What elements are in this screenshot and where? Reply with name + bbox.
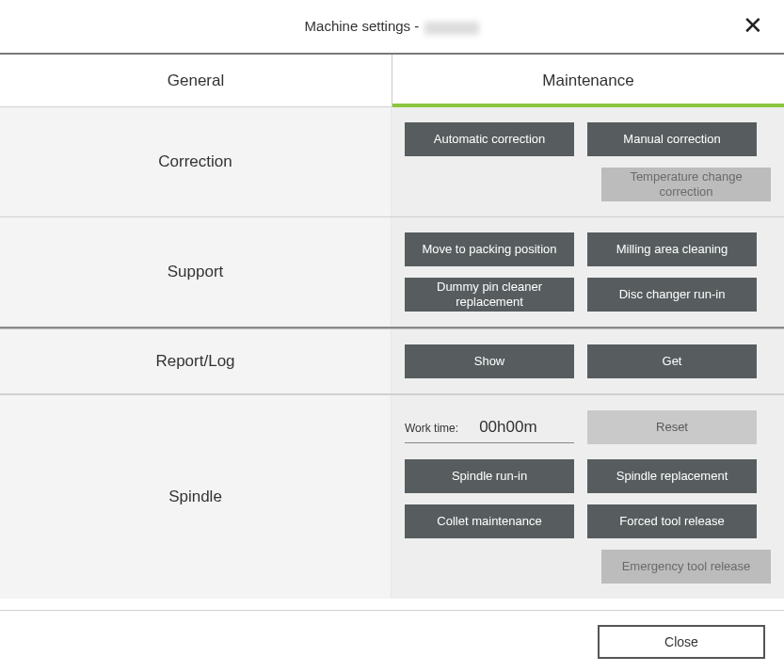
- section-support: Support Move to packing position Milling…: [0, 217, 784, 328]
- spindle-worktime-row: Work time: 00h00m Reset: [405, 410, 771, 444]
- title-redacted: [424, 22, 479, 35]
- spindle-row-1: Spindle run-in Spindle replacement: [405, 459, 771, 493]
- forced-tool-release-button[interactable]: Forced tool release: [587, 504, 757, 538]
- section-correction: Correction Automatic correction Manual c…: [0, 107, 784, 217]
- dialog-header: Machine settings - ✕: [0, 0, 784, 55]
- correction-row-1: Automatic correction Manual correction: [405, 122, 771, 156]
- sections-container: Correction Automatic correction Manual c…: [0, 107, 784, 599]
- reset-button[interactable]: Reset: [587, 410, 757, 444]
- section-support-content: Move to packing position Milling area cl…: [392, 217, 784, 327]
- show-button[interactable]: Show: [405, 344, 574, 378]
- report-row-1: Show Get: [405, 344, 771, 378]
- manual-correction-button[interactable]: Manual correction: [587, 122, 757, 156]
- section-spindle: Spindle Work time: 00h00m Reset Spindle …: [0, 395, 784, 599]
- milling-cleaning-button[interactable]: Milling area cleaning: [587, 232, 757, 266]
- spindle-row-3: Emergency tool release: [405, 550, 771, 584]
- correction-row-2: Temperature change correction: [405, 168, 771, 201]
- get-button[interactable]: Get: [587, 344, 757, 378]
- title-prefix: Machine settings -: [305, 18, 424, 34]
- worktime-label: Work time:: [405, 422, 458, 435]
- section-report-content: Show Get: [392, 329, 784, 393]
- tab-general-label: General: [168, 72, 224, 90]
- section-report: Report/Log Show Get: [0, 328, 784, 395]
- packing-position-button[interactable]: Move to packing position: [405, 232, 574, 266]
- disc-runin-button[interactable]: Disc changer run-in: [587, 278, 757, 312]
- tab-bar: General Maintenance: [0, 55, 784, 107]
- spindle-row-2: Collet maintenance Forced tool release: [405, 504, 771, 538]
- close-button[interactable]: Close: [598, 625, 765, 659]
- close-icon[interactable]: ✕: [743, 13, 763, 38]
- automatic-correction-button[interactable]: Automatic correction: [405, 122, 574, 156]
- tab-maintenance-label: Maintenance: [542, 72, 633, 90]
- dialog-title: Machine settings -: [0, 18, 784, 34]
- tab-maintenance[interactable]: Maintenance: [392, 55, 784, 106]
- section-spindle-label: Spindle: [0, 395, 392, 599]
- section-correction-content: Automatic correction Manual correction T…: [392, 107, 784, 216]
- dialog-footer: Close: [0, 610, 784, 672]
- section-spindle-content: Work time: 00h00m Reset Spindle run-in S…: [392, 395, 784, 599]
- temperature-correction-button[interactable]: Temperature change correction: [601, 168, 771, 201]
- worktime-display: Work time: 00h00m: [405, 412, 574, 443]
- spindle-runin-button[interactable]: Spindle run-in: [405, 459, 574, 493]
- collet-maintenance-button[interactable]: Collet maintenance: [405, 504, 574, 538]
- support-row-1: Move to packing position Milling area cl…: [405, 232, 771, 266]
- tab-general[interactable]: General: [0, 55, 392, 106]
- section-correction-label: Correction: [0, 107, 392, 216]
- emergency-tool-release-button[interactable]: Emergency tool release: [601, 550, 771, 584]
- section-support-label: Support: [0, 217, 392, 327]
- support-row-2: Dummy pin cleaner replacement Disc chang…: [405, 278, 771, 312]
- section-report-label: Report/Log: [0, 329, 392, 393]
- dummy-pin-button[interactable]: Dummy pin cleaner replacement: [405, 278, 574, 312]
- worktime-value: 00h00m: [479, 418, 536, 437]
- spindle-replacement-button[interactable]: Spindle replacement: [587, 459, 757, 493]
